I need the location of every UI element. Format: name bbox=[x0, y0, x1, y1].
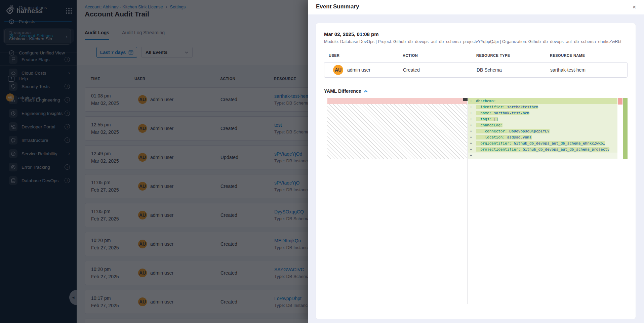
diff-line-text: connector: DbDevopsoBKpcpIfEV bbox=[476, 129, 550, 133]
yaml-key: connector: bbox=[476, 129, 507, 133]
avatar: AU bbox=[333, 65, 343, 75]
diff-line-text: identifier: sarthaktesthem bbox=[476, 105, 538, 109]
event-user-name: admin user bbox=[347, 67, 370, 73]
diff-line: + name: sarthak-test-hem bbox=[468, 110, 617, 116]
col-resource-name: RESOURCE NAME bbox=[550, 53, 628, 57]
event-timestamp: Mar 02, 2025, 01:08 pm bbox=[324, 31, 628, 37]
diff-line-text: projectIdentifier: Github_db_devops_aut_… bbox=[476, 147, 609, 152]
diff-insert-gutter: + bbox=[470, 140, 472, 147]
diff-pane-right: +dbschema:+ identifier: sarthaktesthem+ … bbox=[468, 98, 628, 304]
close-icon[interactable]: × bbox=[630, 3, 639, 11]
yaml-value: sarthaktesthem bbox=[505, 105, 538, 109]
yaml-value: Github_db_devops_aut_db_schema_projectv bbox=[520, 147, 609, 152]
diff-insert-gutter: + bbox=[470, 104, 472, 110]
diff-delete-gutter: − bbox=[324, 98, 327, 104]
event-resource-name: sarthak-test-hem bbox=[550, 67, 627, 73]
harness-app: harness ACCOUNT Abhinav - Kitchen Sin...… bbox=[0, 0, 644, 323]
diff-line: + identifier: sarthaktesthem bbox=[468, 104, 617, 110]
yaml-value: Github_db_devops_aut_db_schema_ehnkcZwRb… bbox=[512, 141, 605, 146]
diff-insert-gutter: + bbox=[470, 134, 472, 140]
diff-pane-left: − bbox=[324, 98, 468, 304]
diff-line: + changeLog: bbox=[468, 122, 617, 128]
yaml-diff-viewer[interactable]: − +dbschema:+ identifier: sarthaktesthem… bbox=[324, 98, 628, 304]
yaml-value: DbDevopsoBKpcpIfEV bbox=[507, 129, 550, 133]
diff-line: +dbschema: bbox=[468, 98, 617, 104]
diff-line: + projectIdentifier: Github_db_devops_au… bbox=[468, 147, 617, 153]
diff-inserted-lines: +dbschema:+ identifier: sarthaktesthem+ … bbox=[468, 98, 617, 159]
diff-insert-gutter: + bbox=[470, 110, 472, 116]
diff-insert-gutter: + bbox=[470, 153, 472, 159]
diff-deleted-line bbox=[327, 98, 467, 104]
diff-ruler-delete-marker bbox=[618, 98, 622, 105]
yaml-difference-toggle[interactable]: YAML Difference bbox=[324, 88, 628, 94]
yaml-key: orgIdentifier: bbox=[476, 141, 512, 146]
drawer-header: Event Summary × bbox=[308, 0, 644, 15]
diff-line-text: name: sarthak-test-hem bbox=[476, 111, 529, 115]
yaml-key: dbschema: bbox=[476, 99, 496, 103]
diff-line-text: dbschema: bbox=[476, 99, 496, 103]
event-resource-type: DB Schema bbox=[477, 67, 550, 73]
diff-insert-gutter: + bbox=[470, 128, 472, 134]
col-user: USER bbox=[329, 53, 403, 57]
diff-line: + connector: DbDevopsoBKpcpIfEV bbox=[468, 128, 617, 134]
diff-line-text: tags: [] bbox=[476, 117, 498, 121]
event-context: Module: Database DevOps | Project: Githu… bbox=[324, 39, 628, 44]
event-action: Created bbox=[403, 67, 477, 73]
col-resource-type: RESOURCE TYPE bbox=[476, 53, 550, 57]
drawer-body: Mar 02, 2025, 01:08 pm Module: Database … bbox=[308, 14, 644, 323]
diff-overview-cursor bbox=[463, 98, 468, 101]
event-user-cell: AU admin user bbox=[329, 65, 403, 75]
diff-line: + tags: [] bbox=[468, 116, 617, 122]
event-summary-drawer: Event Summary × Mar 02, 2025, 01:08 pm M… bbox=[308, 0, 644, 323]
yaml-key: projectIdentifier: bbox=[476, 147, 520, 152]
diff-line-text: location: asdsad.yaml bbox=[476, 135, 532, 139]
diff-insert-gutter: + bbox=[470, 122, 472, 128]
chevron-up-icon bbox=[364, 90, 368, 92]
diff-line-text: orgIdentifier: Github_db_devops_aut_db_s… bbox=[476, 141, 605, 146]
yaml-key: name: bbox=[476, 111, 491, 115]
event-table-row: AU admin user Created DB Schema sarthak-… bbox=[324, 62, 628, 78]
drawer-title: Event Summary bbox=[316, 3, 359, 10]
yaml-value: sarthak-test-hem bbox=[491, 111, 529, 115]
diff-line-text: changeLog: bbox=[476, 123, 502, 127]
yaml-key: identifier: bbox=[476, 105, 505, 109]
col-action: ACTION bbox=[403, 53, 476, 57]
diff-line: + orgIdentifier: Github_db_devops_aut_db… bbox=[468, 140, 617, 147]
yaml-value: asdsad.yaml bbox=[505, 135, 531, 139]
diff-insert-gutter: + bbox=[470, 98, 472, 104]
diff-line: + bbox=[468, 153, 617, 159]
diff-line: + location: asdsad.yaml bbox=[468, 134, 617, 140]
yaml-key: location: bbox=[476, 135, 505, 139]
event-table-header: USER ACTION RESOURCE TYPE RESOURCE NAME bbox=[324, 53, 628, 57]
yaml-value: [] bbox=[491, 117, 498, 121]
yaml-key: tags: bbox=[476, 117, 491, 121]
diff-insert-gutter: + bbox=[470, 147, 472, 153]
yaml-key: changeLog: bbox=[476, 123, 502, 127]
diff-ruler-insert-marker bbox=[623, 98, 628, 159]
diff-empty-hatch bbox=[327, 104, 467, 159]
yaml-difference-label: YAML Difference bbox=[324, 88, 361, 94]
event-card: Mar 02, 2025, 01:08 pm Module: Database … bbox=[316, 23, 636, 319]
diff-insert-gutter: + bbox=[470, 116, 472, 122]
